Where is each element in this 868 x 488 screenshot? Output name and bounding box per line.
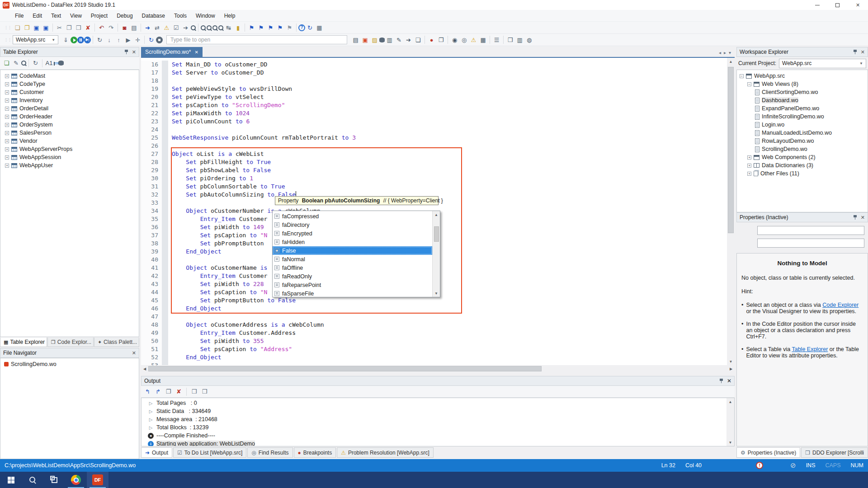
code-line-46[interactable]: 46 End_Object	[141, 305, 735, 313]
expand-icon[interactable]: +	[5, 139, 9, 143]
bookmark-clear-icon[interactable]: ⚑	[285, 23, 294, 32]
export-icon[interactable]: ➔	[181, 23, 190, 32]
dock-tab[interactable]: ⚙ Properties (Inactive)	[736, 447, 800, 458]
list-view-icon[interactable]: ☰	[492, 35, 501, 44]
scroll-down-icon[interactable]: ▼	[729, 439, 732, 446]
property-object-field[interactable]	[757, 226, 864, 235]
goto-definition-icon[interactable]: ➜	[143, 23, 152, 32]
run-icon[interactable]	[71, 37, 77, 43]
code-line-19[interactable]: 19Set peWebViewStyle to wvsDrillDown	[141, 85, 735, 93]
compare-files-icon[interactable]: ⇄	[152, 23, 162, 32]
scrollbar-thumb[interactable]	[728, 67, 734, 233]
expand-icon[interactable]: +	[5, 107, 9, 111]
expand-all-icon[interactable]: ❒	[200, 387, 209, 396]
paste-icon[interactable]: ❒	[74, 23, 83, 32]
bottom-tab[interactable]: ➜ Output	[141, 447, 172, 458]
expand-icon[interactable]: +	[5, 147, 9, 151]
autocomplete-item[interactable]: faReadOnly	[273, 272, 432, 281]
export-source-icon[interactable]: ➔	[404, 35, 413, 44]
find-icon[interactable]	[200, 25, 206, 31]
close-icon[interactable]: ✕	[861, 215, 865, 221]
save-all-icon[interactable]: ▣	[41, 23, 51, 32]
output-line[interactable]: ■ ----Compile Finished----	[142, 432, 734, 440]
find-in-files-icon[interactable]	[218, 25, 224, 31]
lock-icon[interactable]: ▮	[233, 23, 243, 32]
goto-next-icon[interactable]: ↱	[153, 387, 163, 396]
task-view-button[interactable]	[43, 472, 65, 488]
code-line-31[interactable]: 31 Set pbColumnSortable to True	[141, 183, 735, 191]
output-line[interactable]: ▷ Total Pages : 0	[142, 399, 734, 407]
compiler-warnings-icon[interactable]: ⚠	[162, 23, 171, 32]
step-into-icon[interactable]: ↓	[104, 35, 114, 44]
open-file-icon[interactable]: ❐	[22, 23, 32, 32]
table-viewer-icon[interactable]: ▦	[478, 35, 488, 44]
workspace-tree-item[interactable]: − WebApp.src	[737, 72, 868, 80]
table-row[interactable]: + Customer	[0, 88, 139, 96]
code-line-50[interactable]: 50 Set piWidth to 355	[141, 337, 735, 345]
toolbar-grip[interactable]: ⋮⋮	[4, 25, 11, 30]
expand-icon[interactable]: +	[5, 99, 9, 103]
restructure-table-icon[interactable]: ↻	[31, 59, 40, 68]
tab-order-icon[interactable]: ↹	[224, 23, 233, 32]
autocomplete-item[interactable]: faNormal	[273, 255, 432, 263]
dock-tab[interactable]: ❐ Code Explor...	[47, 338, 94, 347]
alter-table-icon[interactable]: ✎	[11, 59, 21, 68]
grid-icon[interactable]: ▦	[315, 23, 324, 32]
refresh-icon[interactable]: ↻	[146, 35, 156, 44]
autocomplete-item[interactable]: faDirectory	[273, 221, 432, 229]
minimize-button[interactable]	[807, 0, 827, 10]
output-line[interactable]: ▷ Total Blocks : 13239	[142, 423, 734, 432]
workspace-tree-item[interactable]: InfiniteScrollingDemo.wo	[737, 113, 868, 121]
web-inspector-icon[interactable]: ◎	[459, 35, 469, 44]
code-line-20[interactable]: 20Set peViewType to vtSelect	[141, 93, 735, 101]
maximize-button[interactable]	[827, 0, 848, 10]
table-row[interactable]: + OrderHeader	[0, 113, 139, 121]
database-explorer-icon[interactable]: ▥	[385, 35, 394, 44]
collapse-all-icon[interactable]: ❒	[189, 387, 199, 396]
pin-icon[interactable]	[853, 215, 857, 220]
code-line-17[interactable]: 17Set Server to oCustomer_DD	[141, 69, 735, 77]
workspace-tree-item[interactable]: Dashboard.wo	[737, 96, 868, 104]
hint-link[interactable]: Code Explorer	[822, 302, 859, 308]
scroll-down-icon[interactable]: ▼	[434, 290, 438, 297]
compile-icon[interactable]: ⇓	[61, 35, 71, 44]
find-previous-icon[interactable]	[212, 25, 218, 31]
pin-icon[interactable]	[853, 49, 857, 55]
table-row[interactable]: + OrderSystem	[0, 121, 139, 129]
close-tab-icon[interactable]: ✕	[194, 50, 198, 55]
code-line-47[interactable]: 47	[141, 313, 735, 321]
autocomplete-item[interactable]: faHidden	[273, 238, 432, 246]
database-builder-icon[interactable]	[379, 38, 385, 42]
code-line-53[interactable]: 53	[141, 361, 735, 365]
run-to-cursor-icon[interactable]: ▶	[123, 35, 133, 44]
print-icon[interactable]: ▤	[129, 23, 139, 32]
autocomplete-item[interactable]: faCompressed	[273, 212, 432, 221]
output-scrollbar[interactable]: ▲ ▼	[726, 398, 734, 446]
expand-icon[interactable]: +	[5, 90, 9, 94]
add-watch-icon[interactable]: ✛	[133, 35, 142, 44]
autocomplete-item[interactable]: faReparsePoint	[273, 281, 432, 289]
dock-tab[interactable]: ✦ Class Palett...	[94, 338, 139, 347]
editor-horizontal-scrollbar[interactable]: ◀ ▶	[141, 365, 735, 372]
bookmark-next-icon[interactable]: ⚑	[275, 23, 285, 32]
file-navigator-item[interactable]: ScrollingDemo.wo	[0, 360, 139, 368]
menu-item[interactable]: Project	[87, 11, 112, 21]
macro-record-icon[interactable]: ◙	[120, 23, 129, 32]
expander-icon[interactable]: −	[747, 82, 751, 86]
autocomplete-item[interactable]: faOffline	[273, 263, 432, 272]
workspace-tree-item[interactable]: RowLayoutDemo.wo	[737, 137, 868, 145]
code-line-51[interactable]: 51 Set psCaption to "Address"	[141, 345, 735, 353]
new-file-icon[interactable]: ❏	[13, 23, 22, 32]
autocomplete-item[interactable]: False	[273, 246, 432, 255]
autocomplete-scrollbar[interactable]: ▲ ▼	[432, 211, 440, 297]
workspace-tree-item[interactable]: − Web Views (8)	[737, 80, 868, 88]
expand-icon[interactable]: +	[5, 74, 9, 78]
table-row[interactable]: + Vendor	[0, 137, 139, 145]
write-ddo-icon[interactable]: ✎	[394, 35, 404, 44]
workspace-tree-item[interactable]: ClientSortingDemo.wo	[737, 88, 868, 96]
bottom-tab[interactable]: ● Breakpoints	[294, 447, 336, 458]
code-editor[interactable]: 16Set Main_DD to oCustomer_DD17Set Serve…	[141, 58, 735, 365]
close-icon[interactable]: ✕	[861, 49, 865, 55]
menu-item[interactable]: Window	[192, 11, 219, 21]
output-line[interactable]: ▷ Message area : 210468	[142, 415, 734, 423]
